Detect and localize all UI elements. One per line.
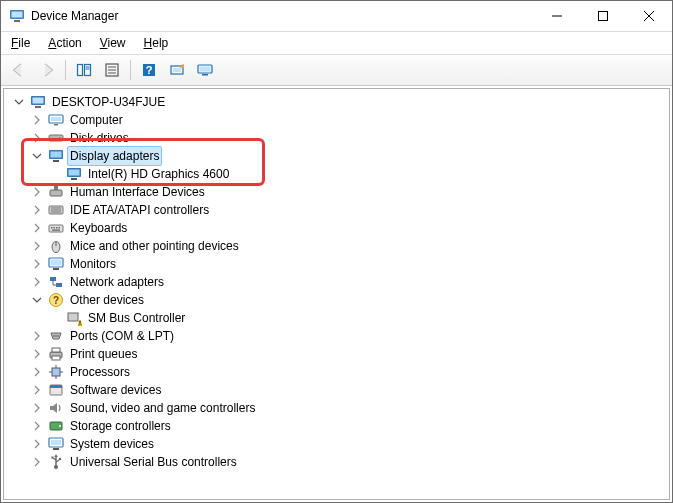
tree-item-software[interactable]: Software devices: [30, 381, 667, 399]
tree-item-usb[interactable]: Universal Serial Bus controllers: [30, 453, 667, 471]
tree-label: Intel(R) HD Graphics 4600: [86, 165, 231, 183]
tree-label: System devices: [68, 435, 156, 453]
maximize-button[interactable]: [580, 1, 626, 31]
tree-label: Storage controllers: [68, 417, 173, 435]
computer-icon: [30, 94, 46, 110]
chevron-right-icon[interactable]: [30, 239, 44, 253]
tree-label: Sound, video and game controllers: [68, 399, 257, 417]
svg-rect-51: [51, 260, 62, 266]
tree-item-print-queues[interactable]: Print queues: [30, 345, 667, 363]
chevron-right-icon[interactable]: [30, 113, 44, 127]
tree-item-hid[interactable]: Human Interface Devices: [30, 183, 667, 201]
chevron-right-icon[interactable]: [30, 329, 44, 343]
chevron-right-icon[interactable]: [30, 419, 44, 433]
chevron-right-icon[interactable]: [30, 401, 44, 415]
svg-rect-7: [78, 65, 83, 76]
menubar: File Action View Help: [1, 32, 672, 55]
back-button[interactable]: [5, 56, 33, 84]
device-tree-panel[interactable]: DESKTOP-U34FJUE Computer Disk drives: [3, 88, 670, 500]
svg-rect-80: [52, 457, 54, 459]
tree-item-storage[interactable]: Storage controllers: [30, 417, 667, 435]
svg-rect-54: [56, 283, 62, 287]
chevron-right-icon[interactable]: [30, 455, 44, 469]
tree-label: SM Bus Controller: [86, 309, 187, 327]
menu-action[interactable]: Action: [44, 34, 85, 52]
monitor-settings-button[interactable]: [191, 56, 219, 84]
show-hide-console-button[interactable]: [70, 56, 98, 84]
tree-label: Monitors: [68, 255, 118, 273]
chevron-right-icon[interactable]: [30, 275, 44, 289]
svg-rect-66: [52, 368, 60, 376]
tree-label: Disk drives: [68, 129, 131, 147]
chevron-right-icon[interactable]: [30, 437, 44, 451]
properties-button[interactable]: [98, 56, 126, 84]
help-button[interactable]: ?: [135, 56, 163, 84]
svg-rect-46: [59, 227, 61, 229]
window-controls: [534, 1, 672, 31]
tree-label: Human Interface Devices: [68, 183, 207, 201]
chevron-down-icon[interactable]: [30, 293, 44, 307]
tree-item-other-devices[interactable]: ? Other devices: [30, 291, 667, 309]
chevron-right-icon[interactable]: [30, 131, 44, 145]
chevron-down-icon[interactable]: [30, 149, 44, 163]
svg-rect-35: [71, 178, 77, 180]
disk-icon: [48, 130, 64, 146]
tree-item-intel-hd-4600[interactable]: Intel(R) HD Graphics 4600: [48, 165, 667, 183]
display-adapter-icon: [48, 148, 64, 164]
svg-rect-53: [50, 277, 56, 281]
svg-marker-82: [54, 454, 57, 457]
menu-help[interactable]: Help: [140, 34, 173, 52]
tree-item-computer[interactable]: Computer: [30, 111, 667, 129]
svg-point-81: [59, 458, 61, 460]
tree-item-monitors[interactable]: Monitors: [30, 255, 667, 273]
computer-icon: [48, 112, 64, 128]
scan-hardware-button[interactable]: [163, 56, 191, 84]
tree-item-sound[interactable]: Sound, video and game controllers: [30, 399, 667, 417]
tree-root[interactable]: DESKTOP-U34FJUE: [12, 93, 667, 111]
tree-item-mice[interactable]: Mice and other pointing devices: [30, 237, 667, 255]
chevron-right-icon[interactable]: [30, 185, 44, 199]
device-tree: DESKTOP-U34FJUE Computer Disk drives: [6, 93, 667, 471]
app-icon: [9, 8, 25, 24]
chevron-right-icon[interactable]: [30, 221, 44, 235]
mouse-icon: [48, 238, 64, 254]
tree-item-network[interactable]: Network adapters: [30, 273, 667, 291]
menu-file[interactable]: File: [7, 34, 34, 52]
chevron-right-icon[interactable]: [30, 365, 44, 379]
chevron-right-icon[interactable]: [30, 257, 44, 271]
software-icon: [48, 382, 64, 398]
svg-point-61: [55, 335, 57, 337]
tree-item-ide[interactable]: IDE ATA/ATAPI controllers: [30, 201, 667, 219]
tree-item-processors[interactable]: Processors: [30, 363, 667, 381]
forward-button[interactable]: [33, 56, 61, 84]
tree-label: Mice and other pointing devices: [68, 237, 241, 255]
svg-rect-8: [85, 65, 91, 76]
tree-item-ports[interactable]: Ports (COM & LPT): [30, 327, 667, 345]
close-button[interactable]: [626, 1, 672, 31]
svg-rect-64: [52, 348, 60, 352]
svg-rect-45: [56, 227, 58, 229]
svg-rect-76: [51, 440, 61, 445]
chevron-down-icon[interactable]: [12, 95, 26, 109]
svg-rect-24: [35, 106, 41, 108]
tree-item-keyboards[interactable]: Keyboards: [30, 219, 667, 237]
chevron-right-icon[interactable]: [30, 347, 44, 361]
tree-item-disk-drives[interactable]: Disk drives: [30, 129, 667, 147]
menu-view[interactable]: View: [96, 34, 130, 52]
cpu-icon: [48, 364, 64, 380]
chevron-right-icon[interactable]: [30, 203, 44, 217]
tree-label: Network adapters: [68, 273, 166, 291]
usb-icon: [48, 454, 64, 470]
svg-line-5: [644, 11, 654, 21]
toolbar-separator: [130, 60, 131, 80]
svg-rect-27: [54, 124, 58, 126]
tree-item-display-adapters[interactable]: Display adapters: [30, 147, 667, 165]
svg-rect-21: [202, 74, 208, 76]
tree-item-sm-bus[interactable]: ! SM Bus Controller: [48, 309, 667, 327]
chevron-right-icon[interactable]: [30, 383, 44, 397]
tree-item-system[interactable]: System devices: [30, 435, 667, 453]
ports-icon: [48, 328, 64, 344]
tree-label: Keyboards: [68, 219, 129, 237]
tree-label: Other devices: [68, 291, 146, 309]
minimize-button[interactable]: [534, 1, 580, 31]
